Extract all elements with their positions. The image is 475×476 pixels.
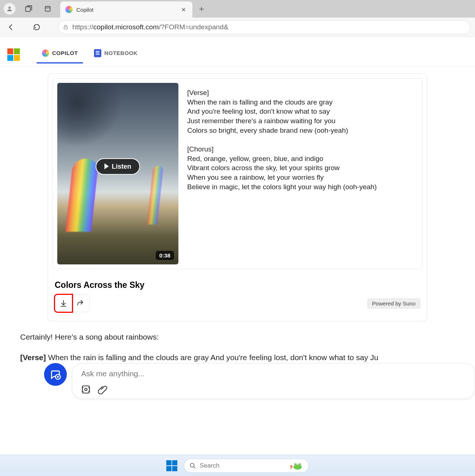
windows-taskbar bbox=[0, 455, 475, 476]
taskbar-search[interactable] bbox=[184, 459, 309, 473]
intro-text: Certainly! Here's a song about rainbows: bbox=[20, 332, 468, 343]
avatar-icon bbox=[4, 3, 15, 15]
song-row: Listen 0:38 [Verse] When the rain is fal… bbox=[52, 78, 423, 269]
compose-area bbox=[44, 363, 475, 399]
verse-label: [Verse] bbox=[187, 89, 209, 96]
microsoft-logo[interactable] bbox=[7, 48, 20, 61]
svg-rect-2 bbox=[45, 6, 50, 11]
notebook-icon bbox=[94, 49, 101, 57]
attachment-icon[interactable] bbox=[98, 385, 108, 394]
copilot-icon bbox=[42, 50, 49, 57]
ask-tools bbox=[81, 385, 466, 394]
browser-tab[interactable]: Copilot × bbox=[60, 1, 192, 18]
tab-notebook-label: NOTEBOOK bbox=[104, 50, 138, 56]
search-highlight-icon bbox=[289, 461, 303, 470]
browser-tab-strip: Copilot × ＋ bbox=[0, 0, 475, 18]
verse-inline-row: [Verse] When the rain is falling and the… bbox=[20, 352, 468, 363]
workspaces-button[interactable] bbox=[21, 1, 36, 16]
download-button[interactable] bbox=[55, 294, 72, 312]
svg-point-7 bbox=[85, 388, 87, 391]
card-footer: Powered by Suno bbox=[48, 294, 427, 312]
new-topic-button[interactable] bbox=[44, 363, 67, 386]
url-text: https://copilot.microsoft.com/?FORM=unde… bbox=[72, 23, 228, 31]
start-button[interactable] bbox=[166, 460, 177, 471]
tab-notebook[interactable]: NOTEBOOK bbox=[89, 45, 143, 64]
suno-badge: Powered by Suno bbox=[367, 299, 420, 308]
svg-rect-6 bbox=[82, 386, 90, 393]
chorus-lines: Red, orange, yellow, green, blue, and in… bbox=[187, 155, 377, 191]
tab-title: Copilot bbox=[76, 7, 176, 13]
listen-button[interactable]: Listen bbox=[95, 158, 140, 175]
search-icon bbox=[189, 462, 196, 469]
svg-point-8 bbox=[190, 463, 194, 467]
close-tab-icon[interactable]: × bbox=[180, 6, 187, 14]
verse-lines: When the rain is falling and the clouds … bbox=[187, 98, 348, 134]
duration-badge: 0:38 bbox=[156, 251, 174, 260]
address-bar[interactable]: https://copilot.microsoft.com/?FORM=unde… bbox=[58, 20, 471, 34]
download-icon bbox=[59, 299, 68, 307]
ask-input[interactable] bbox=[81, 369, 466, 378]
lyrics-block: [Verse] When the rain is falling and the… bbox=[187, 83, 418, 264]
song-card: Listen 0:38 [Verse] When the rain is fal… bbox=[48, 73, 427, 321]
browser-toolbar: https://copilot.microsoft.com/?FORM=unde… bbox=[0, 18, 475, 37]
svg-rect-4 bbox=[64, 27, 67, 29]
svg-point-16 bbox=[290, 465, 293, 468]
tab-copilot[interactable]: COPILOT bbox=[37, 46, 83, 63]
tab-actions-button[interactable] bbox=[40, 1, 55, 16]
assistant-text: Certainly! Here's a song about rainbows:… bbox=[7, 321, 468, 363]
back-button[interactable] bbox=[4, 21, 18, 34]
listen-label: Listen bbox=[112, 162, 131, 170]
share-icon bbox=[77, 299, 85, 307]
svg-point-15 bbox=[300, 464, 300, 465]
profile-button[interactable] bbox=[2, 1, 17, 16]
song-artwork[interactable]: Listen 0:38 bbox=[57, 83, 178, 264]
song-title: Colors Across the Sky bbox=[48, 274, 427, 294]
play-icon bbox=[104, 164, 109, 169]
svg-point-0 bbox=[8, 7, 11, 9]
new-tab-button[interactable]: ＋ bbox=[197, 3, 206, 14]
ask-box[interactable] bbox=[72, 363, 475, 399]
card-actions bbox=[55, 294, 90, 312]
new-chat-icon bbox=[50, 369, 61, 380]
copilot-favicon bbox=[65, 6, 73, 13]
svg-point-14 bbox=[295, 464, 296, 465]
refresh-button[interactable] bbox=[30, 21, 43, 34]
svg-rect-1 bbox=[26, 7, 30, 12]
chorus-label: [Chorus] bbox=[187, 145, 214, 153]
main-content: Listen 0:38 [Verse] When the rain is fal… bbox=[0, 73, 475, 363]
tab-copilot-label: COPILOT bbox=[52, 50, 78, 56]
verse-inline: When the rain is falling and the clouds … bbox=[46, 353, 378, 362]
lock-icon bbox=[63, 24, 69, 30]
share-button[interactable] bbox=[72, 294, 90, 312]
image-search-icon[interactable] bbox=[81, 385, 91, 394]
taskbar-search-input[interactable] bbox=[200, 462, 286, 469]
page-tabs: COPILOT NOTEBOOK bbox=[0, 37, 475, 66]
verse-tag: [Verse] bbox=[20, 353, 46, 362]
